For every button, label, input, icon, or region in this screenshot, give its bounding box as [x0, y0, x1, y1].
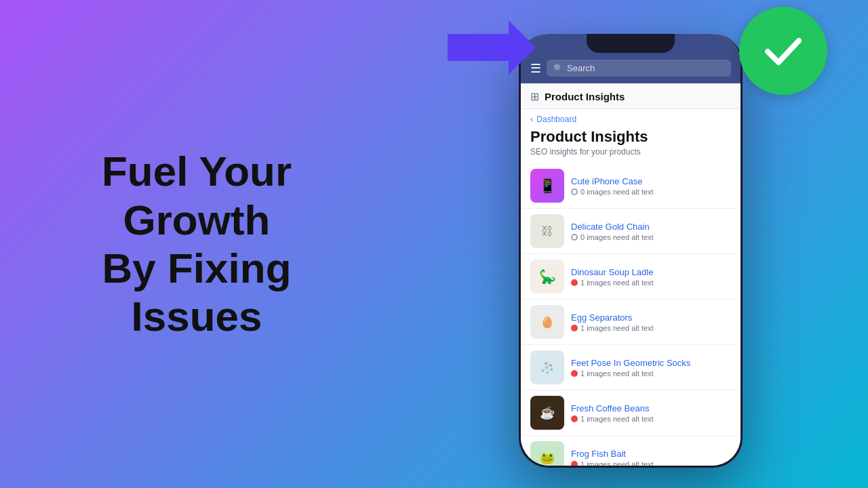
status-dot	[571, 234, 578, 241]
left-section: Fuel Your Growth By Fixing Issues	[0, 106, 393, 381]
status-dot	[571, 279, 578, 286]
breadcrumb-arrow-icon: ‹	[530, 115, 535, 124]
phone-frame: ☰ 🔍 Search ⊞ Product Insights ‹ Dashboar…	[519, 34, 743, 468]
product-thumbnail: 🥚	[530, 305, 564, 339]
product-info: Delicate Gold Chain 0 images need alt te…	[571, 222, 731, 241]
product-thumbnail: 🦕	[530, 260, 564, 293]
product-name: Egg Separators	[571, 312, 731, 323]
svg-marker-0	[448, 20, 536, 75]
product-thumb-image: 📱	[530, 169, 564, 203]
headline: Fuel Your Growth By Fixing Issues	[41, 147, 353, 340]
status-text: 1 images need alt text	[580, 369, 654, 378]
header-title: Product Insights	[545, 91, 625, 102]
status-text: 1 images need alt text	[580, 324, 654, 332]
search-icon: 🔍	[553, 64, 564, 73]
arrow-decoration	[448, 20, 536, 77]
status-dot	[571, 325, 578, 331]
product-list: 📱 Cute iPhone Case 0 images need alt tex…	[521, 163, 741, 466]
list-item[interactable]: 📱 Cute iPhone Case 0 images need alt tex…	[521, 163, 741, 209]
product-info: Fresh Coffee Beans 1 images need alt tex…	[571, 403, 731, 423]
product-info: Feet Pose In Geometric Socks 1 images ne…	[571, 358, 731, 378]
search-bar[interactable]: 🔍 Search	[547, 60, 731, 77]
status-text: 1 images need alt text	[580, 460, 654, 466]
page-main-title: Product Insights	[530, 128, 731, 146]
headline-line2: By Fixing Issues	[102, 245, 291, 340]
product-thumbnail: ⛓	[530, 214, 564, 248]
product-status: 1 images need alt text	[571, 279, 731, 287]
status-text: 1 images need alt text	[580, 279, 654, 287]
list-item[interactable]: ⛓ Delicate Gold Chain 0 images need alt …	[521, 209, 741, 254]
status-dot	[571, 188, 578, 195]
product-status: 0 images need alt text	[571, 233, 731, 241]
product-status: 0 images need alt text	[571, 188, 731, 196]
product-name: Dinosaur Soup Ladle	[571, 267, 731, 277]
page-subtitle: SEO insights for your products	[530, 147, 731, 157]
list-item[interactable]: ☕ Fresh Coffee Beans 1 images need alt t…	[521, 390, 741, 436]
product-status: 1 images need alt text	[571, 324, 731, 332]
right-section: ☰ 🔍 Search ⊞ Product Insights ‹ Dashboar…	[393, 0, 868, 488]
status-text: 0 images need alt text	[580, 188, 654, 196]
phone-header: ⊞ Product Insights	[521, 83, 741, 109]
headline-line1: Fuel Your Growth	[102, 148, 292, 243]
list-item[interactable]: 🥚 Egg Separators 1 images need alt text	[521, 300, 741, 345]
product-info: Egg Separators 1 images need alt text	[571, 312, 731, 332]
list-item[interactable]: 🦕 Dinosaur Soup Ladle 1 images need alt …	[521, 254, 741, 300]
product-status: 1 images need alt text	[571, 415, 731, 423]
check-badge	[739, 7, 827, 95]
phone-screen: ☰ 🔍 Search ⊞ Product Insights ‹ Dashboar…	[521, 34, 741, 466]
page-title-section: Product Insights SEO insights for your p…	[521, 125, 741, 163]
status-dot	[571, 415, 578, 422]
grid-icon: ⊞	[530, 90, 539, 103]
product-info: Dinosaur Soup Ladle 1 images need alt te…	[571, 267, 731, 287]
product-thumb-image: 🐸	[530, 441, 564, 466]
product-thumbnail: ☕	[530, 396, 564, 430]
product-name: Fresh Coffee Beans	[571, 403, 731, 413]
breadcrumb[interactable]: ‹ Dashboard	[521, 109, 741, 125]
status-text: 1 images need alt text	[580, 415, 654, 423]
product-name: Delicate Gold Chain	[571, 222, 731, 232]
status-dot	[571, 461, 578, 466]
status-dot	[571, 370, 578, 377]
product-thumb-image: 🦕	[530, 260, 564, 293]
product-name: Cute iPhone Case	[571, 176, 731, 186]
product-thumbnail: 🧦	[530, 350, 564, 384]
product-thumbnail: 🐸	[530, 441, 564, 466]
product-status: 1 images need alt text	[571, 460, 731, 466]
list-item[interactable]: 🧦 Feet Pose In Geometric Socks 1 images …	[521, 345, 741, 390]
product-thumbnail: 📱	[530, 169, 564, 203]
product-thumb-image: 🥚	[530, 305, 564, 339]
product-info: Frog Fish Bait 1 images need alt text	[571, 449, 731, 466]
product-status: 1 images need alt text	[571, 369, 731, 378]
product-name: Feet Pose In Geometric Socks	[571, 358, 731, 368]
product-info: Cute iPhone Case 0 images need alt text	[571, 176, 731, 196]
search-placeholder: Search	[567, 63, 595, 73]
product-name: Frog Fish Bait	[571, 449, 731, 459]
product-thumb-image: ☕	[530, 396, 564, 430]
phone-notch	[587, 34, 675, 53]
product-thumb-image: 🧦	[530, 350, 564, 384]
status-text: 0 images need alt text	[580, 233, 654, 241]
list-item[interactable]: 🐸 Frog Fish Bait 1 images need alt text	[521, 436, 741, 466]
breadcrumb-label: Dashboard	[536, 115, 576, 124]
product-thumb-image: ⛓	[530, 214, 564, 248]
